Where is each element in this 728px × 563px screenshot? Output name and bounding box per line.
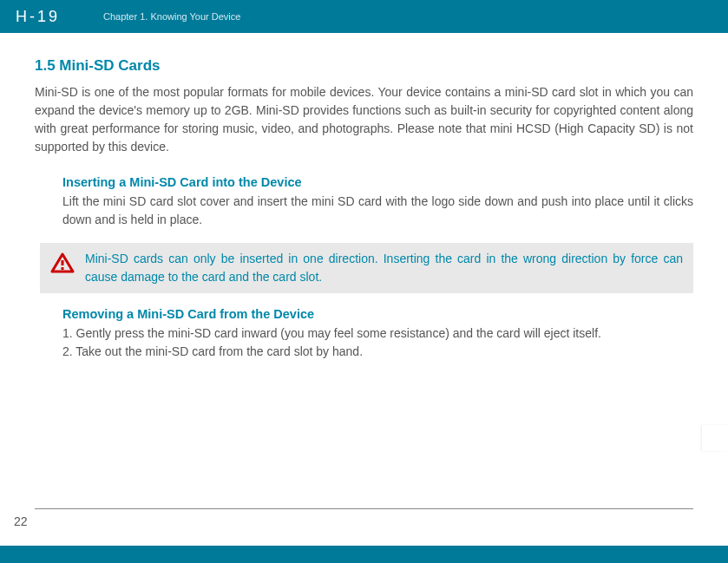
removing-heading: Removing a Mini-SD Card from the Device: [62, 307, 693, 321]
warning-box: Mini-SD cards can only be inserted in on…: [40, 243, 693, 293]
page-number: 22: [14, 514, 728, 528]
inserting-text: Lift the mini SD card slot cover and ins…: [62, 193, 693, 229]
inserting-block: Inserting a Mini-SD Card into the Device…: [35, 175, 693, 229]
chapter-title: Chapter 1. Knowing Your Device: [103, 11, 240, 22]
page-footer: 22: [0, 508, 728, 528]
section-heading: 1.5 Mini-SD Cards: [35, 57, 693, 75]
warning-text: Mini-SD cards can only be inserted in on…: [85, 250, 683, 286]
removing-step-2: 2. Take out the mini-SD card from the ca…: [62, 343, 693, 361]
removing-step-1: 1. Gently press the mini-SD card inward …: [62, 324, 693, 343]
section-intro: Mini-SD is one of the most popular forma…: [35, 83, 693, 156]
svg-rect-0: [62, 260, 64, 265]
main-content: 1.5 Mini-SD Cards Mini-SD is one of the …: [0, 33, 728, 229]
warning-icon: [50, 252, 75, 277]
device-logo: H-19: [16, 8, 60, 26]
footer-bar: [0, 546, 728, 563]
removing-block: Removing a Mini-SD Card from the Device …: [35, 307, 693, 361]
inserting-heading: Inserting a Mini-SD Card into the Device: [62, 175, 693, 189]
header-bar: H-19 Chapter 1. Knowing Your Device: [0, 0, 728, 33]
svg-rect-1: [62, 267, 64, 270]
footer-divider: [35, 508, 693, 509]
page-edge-decoration: [702, 425, 728, 451]
removing-content: Removing a Mini-SD Card from the Device …: [0, 307, 728, 361]
